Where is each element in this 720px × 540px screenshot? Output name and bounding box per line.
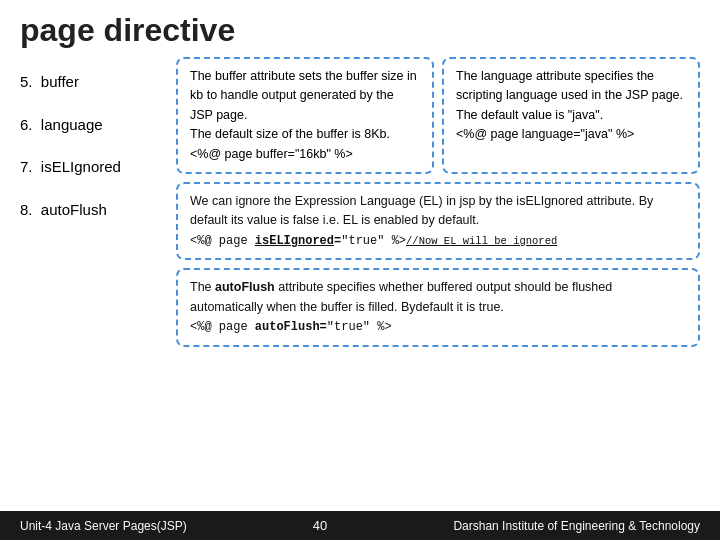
list-item-language: 6. language bbox=[20, 104, 160, 147]
panel-buffer: The buffer attribute sets the buffer siz… bbox=[176, 57, 434, 174]
list-item-buffer: 5. buffer bbox=[20, 61, 160, 104]
panel-iselignored: We can ignore the Expression Language (E… bbox=[176, 182, 700, 260]
footer-left: Unit-4 Java Server Pages(JSP) bbox=[20, 519, 187, 533]
description-panels: The buffer attribute sets the buffer siz… bbox=[176, 57, 700, 347]
footer-page: 40 bbox=[313, 518, 327, 533]
footer: Unit-4 Java Server Pages(JSP) 40 Darshan… bbox=[0, 511, 720, 540]
list-item-iselignored: 7. isELIgnored bbox=[20, 146, 160, 189]
list-item-autoflush: 8. autoFlush bbox=[20, 189, 160, 232]
footer-right: Darshan Institute of Engineering & Techn… bbox=[453, 519, 700, 533]
attribute-list: 5. buffer 6. language 7. isELIgnored 8. … bbox=[20, 57, 160, 347]
page-title: page directive bbox=[0, 0, 720, 57]
panel-autoflush: The autoFlush attribute specifies whethe… bbox=[176, 268, 700, 346]
panel-language: The language attribute specifies the scr… bbox=[442, 57, 700, 174]
